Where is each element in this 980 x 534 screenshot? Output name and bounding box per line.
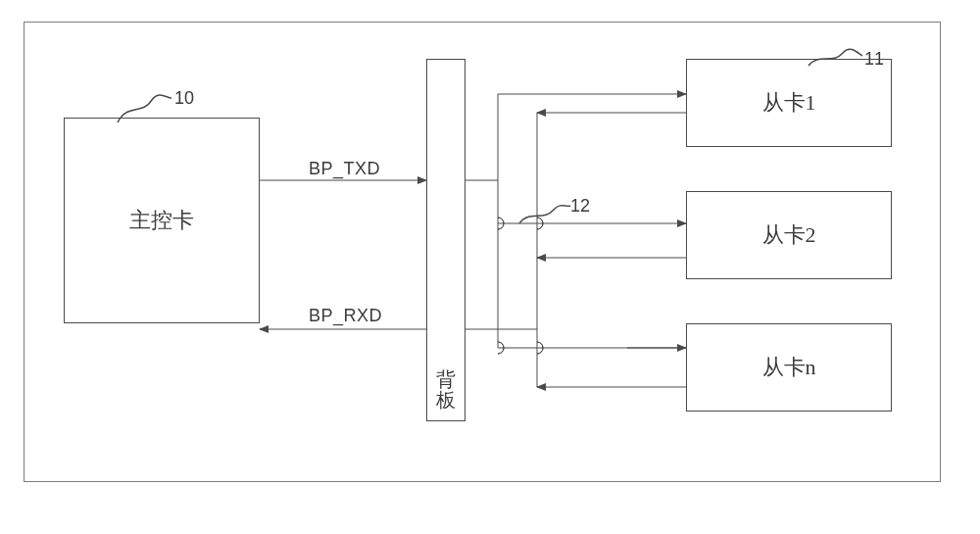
backplane-box: 背 板	[426, 59, 466, 421]
master-card-label: 主控卡	[129, 206, 194, 235]
backplane-label-line2: 板	[436, 390, 456, 411]
backplane-label-line1: 背	[436, 369, 456, 390]
slave-card-2-label: 从卡2	[762, 220, 816, 250]
ref-num-backplane: 12	[570, 196, 590, 217]
txd-label: BP_TXD	[309, 159, 380, 179]
backplane-label: 背 板	[436, 369, 456, 411]
slave-card-n-box: 从卡n	[686, 323, 892, 412]
rxd-label: BP_RXD	[309, 306, 382, 326]
slave-card-2-box: 从卡2	[686, 191, 892, 279]
master-card-box: 主控卡	[64, 118, 260, 323]
slave-card-1-box: 从卡1	[686, 59, 892, 147]
ref-num-master: 10	[174, 88, 194, 109]
slave-card-1-label: 从卡1	[762, 88, 816, 118]
slave-card-n-label: 从卡n	[762, 353, 816, 382]
ref-num-slave1: 11	[864, 49, 884, 70]
